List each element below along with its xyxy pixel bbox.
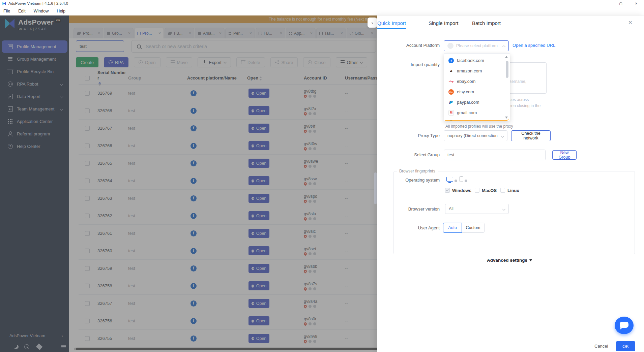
info-dot-icon xyxy=(455,180,457,182)
dropdown-option-label: paypal.com xyxy=(457,100,479,105)
browser-fingerprints-legend: Browser fingerprints xyxy=(397,169,438,173)
mobile-os-icon[interactable] xyxy=(460,176,463,182)
chat-bubble-icon xyxy=(620,322,628,328)
dropdown-option[interactable]: a amazon.com xyxy=(444,66,510,76)
proxy-type-select[interactable]: noproxy (Direct connection ... xyxy=(444,130,507,141)
dropdown-option[interactable]: ebay ebay.com xyxy=(444,76,510,87)
platform-avatar-placeholder xyxy=(447,43,453,49)
ebay-icon: ebay xyxy=(448,79,454,84)
checkbox-icon[interactable] xyxy=(475,188,479,193)
import-tab[interactable]: Quick Import xyxy=(377,20,406,26)
browser-version-select[interactable]: All xyxy=(445,204,509,214)
gmail-icon: M xyxy=(448,110,454,116)
os-option-linux[interactable]: Linux xyxy=(500,188,519,193)
minimize-button[interactable]: — xyxy=(597,0,613,7)
cancel-button[interactable]: Cancel xyxy=(594,344,608,349)
operating-system-label: Operating system xyxy=(386,178,440,183)
proxy-type-value: noproxy (Direct connection ... xyxy=(447,133,498,138)
menu-item[interactable]: Help xyxy=(57,9,65,13)
group-input[interactable] xyxy=(444,150,546,160)
checkbox-icon[interactable] xyxy=(500,188,505,193)
os-option-macos[interactable]: MacOS xyxy=(475,188,497,193)
amazon-icon: a xyxy=(448,68,454,74)
select-group-label: Select Group xyxy=(386,152,440,157)
titlebar: AdsPower Vietnam | 4.1.6 | 2.5.4.0 — ▢ ✕ xyxy=(0,0,644,7)
dropdown-option-label: gmail.com xyxy=(457,110,477,115)
select-placeholder: Please select platform xyxy=(456,43,498,48)
browser-fingerprints-section xyxy=(393,171,635,254)
platform-dropdown: f facebook.com a amazon.com ebay ebay.co… xyxy=(444,53,510,121)
advanced-settings-toggle[interactable]: Advanced settings xyxy=(487,258,532,263)
proxy-note: All imported profiles will use the proxy xyxy=(445,124,513,129)
desktop-os-icon[interactable] xyxy=(446,177,453,182)
close-icon[interactable]: ✕ xyxy=(628,20,633,26)
scroll-down-icon[interactable] xyxy=(505,117,508,119)
chevron-up-icon xyxy=(502,45,506,49)
dropdown-option-label: twitter.com xyxy=(457,121,478,121)
menu-item[interactable]: Edit xyxy=(18,9,26,13)
dropdown-option[interactable]: f facebook.com xyxy=(444,55,510,66)
info-dot-icon xyxy=(465,180,467,182)
user-agent-custom-button[interactable]: Custom xyxy=(462,223,485,233)
etsy-icon: Etsy xyxy=(448,89,454,95)
import-tab[interactable]: Single Import xyxy=(429,20,458,26)
dropdown-option[interactable]: P paypal.com xyxy=(444,97,510,107)
dropdown-option[interactable]: M gmail.com xyxy=(444,107,510,118)
ok-button[interactable]: OK xyxy=(616,341,635,351)
browser-version-value: All xyxy=(449,206,453,211)
menu-item[interactable]: Window xyxy=(34,9,49,13)
import-quantity-label: Import quantity xyxy=(386,62,440,67)
dropdown-option-label: ebay.com xyxy=(457,79,475,84)
maximize-button[interactable]: ▢ xyxy=(613,0,628,7)
facebook-icon: f xyxy=(448,58,454,63)
account-platform-label: Account Platform xyxy=(386,43,440,48)
import-drawer: Single Import Batch Import Quick Import … xyxy=(377,15,644,352)
browser-version-label: Browser version xyxy=(386,206,440,212)
dropdown-option-label: amazon.com xyxy=(457,68,482,73)
import-tabs: Single Import Batch Import Quick Import xyxy=(377,15,644,35)
app-window: AdsPower Vietnam | 4.1.6 | 2.5.4.0 — ▢ ✕… xyxy=(0,0,644,352)
window-title: AdsPower Vietnam | 4.1.6 | 2.5.4.0 xyxy=(8,1,68,5)
vertical-scrollbar-thumb[interactable] xyxy=(374,172,377,204)
dropdown-option-label: facebook.com xyxy=(457,58,484,63)
new-group-button[interactable]: New Group xyxy=(552,150,577,160)
proxy-type-label: Proxy Type xyxy=(386,133,440,138)
dropdown-option-label: etsy.com xyxy=(457,89,474,94)
chevron-down-icon xyxy=(502,207,506,211)
menubar: FileEditWindowHelp xyxy=(0,7,644,15)
dropdown-option[interactable]: Etsy etsy.com xyxy=(444,87,510,97)
paypal-icon: P xyxy=(448,100,454,105)
checkbox-checked-icon[interactable] xyxy=(445,188,450,193)
os-option-windows[interactable]: Windows xyxy=(445,188,471,193)
placeholder-fragment: sername, xyxy=(509,79,526,84)
open-specified-url-link[interactable]: Open a specified URL xyxy=(513,43,555,48)
user-agent-label: User Agent xyxy=(386,225,440,230)
check-network-button[interactable]: Check the network xyxy=(511,130,551,141)
close-window-button[interactable]: ✕ xyxy=(628,0,644,7)
tab-scroll-right-button[interactable]: › xyxy=(368,18,377,28)
chevron-down-icon xyxy=(501,134,504,137)
adspower-logo-icon xyxy=(2,1,6,6)
support-chat-button[interactable] xyxy=(615,317,634,334)
account-platform-select[interactable]: Please select platform xyxy=(444,40,509,51)
scroll-up-icon[interactable] xyxy=(505,56,508,58)
dropdown-scrollbar-thumb[interactable] xyxy=(506,61,508,78)
menu-item[interactable]: File xyxy=(3,9,10,13)
import-tab[interactable]: Batch Import xyxy=(472,20,501,26)
hint-fragment: when closing in the xyxy=(506,103,540,108)
user-agent-auto-button[interactable]: Auto xyxy=(443,223,462,233)
